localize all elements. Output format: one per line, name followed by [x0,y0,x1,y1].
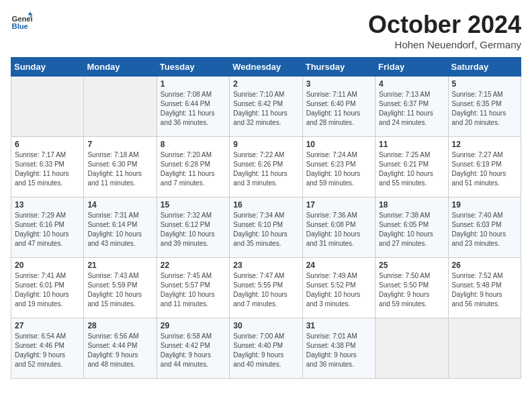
title-area: October 2024 Hohen Neuendorf, Germany [368,11,521,50]
calendar-cell: 17Sunrise: 7:36 AM Sunset: 6:08 PM Dayli… [302,197,375,258]
calendar-cell: 8Sunrise: 7:20 AM Sunset: 6:28 PM Daylig… [157,137,229,197]
day-info: Sunrise: 6:56 AM Sunset: 4:44 PM Dayligh… [87,332,152,369]
day-info: Sunrise: 7:24 AM Sunset: 6:23 PM Dayligh… [306,150,371,188]
calendar-cell: 23Sunrise: 7:47 AM Sunset: 5:55 PM Dayli… [230,258,302,318]
col-header-monday: Monday [84,58,157,77]
calendar-cell: 3Sunrise: 7:11 AM Sunset: 6:40 PM Daylig… [302,77,375,137]
day-number: 10 [306,140,371,149]
day-info: Sunrise: 7:50 AM Sunset: 5:50 PM Dayligh… [379,271,444,309]
day-number: 12 [452,140,517,149]
day-info: Sunrise: 7:34 AM Sunset: 6:10 PM Dayligh… [233,211,298,248]
day-info: Sunrise: 7:01 AM Sunset: 4:38 PM Dayligh… [306,332,371,369]
calendar-cell: 1Sunrise: 7:08 AM Sunset: 6:44 PM Daylig… [157,77,229,137]
day-info: Sunrise: 7:13 AM Sunset: 6:37 PM Dayligh… [379,90,444,128]
day-number: 24 [306,261,371,270]
calendar-cell [84,77,157,137]
day-number: 16 [233,200,298,210]
day-info: Sunrise: 7:31 AM Sunset: 6:14 PM Dayligh… [87,211,152,248]
day-number: 28 [87,321,152,330]
calendar-cell: 7Sunrise: 7:18 AM Sunset: 6:30 PM Daylig… [84,137,157,197]
logo-icon: General Blue [11,11,32,32]
day-number: 21 [87,261,152,270]
svg-marker-2 [28,12,32,15]
calendar-cell: 5Sunrise: 7:15 AM Sunset: 6:35 PM Daylig… [448,77,521,137]
day-info: Sunrise: 7:47 AM Sunset: 5:55 PM Dayligh… [233,271,298,309]
day-number: 6 [15,140,80,149]
day-info: Sunrise: 6:54 AM Sunset: 4:46 PM Dayligh… [15,332,80,369]
week-row-5: 27Sunrise: 6:54 AM Sunset: 4:46 PM Dayli… [11,318,521,379]
calendar-cell: 25Sunrise: 7:50 AM Sunset: 5:50 PM Dayli… [375,258,448,318]
calendar-cell: 16Sunrise: 7:34 AM Sunset: 6:10 PM Dayli… [230,197,302,258]
calendar-cell: 22Sunrise: 7:45 AM Sunset: 5:57 PM Dayli… [157,258,229,318]
day-number: 9 [233,140,298,149]
day-number: 25 [379,261,444,270]
day-info: Sunrise: 7:40 AM Sunset: 6:03 PM Dayligh… [452,211,517,248]
calendar-cell: 15Sunrise: 7:32 AM Sunset: 6:12 PM Dayli… [157,197,229,258]
day-number: 19 [452,200,517,210]
day-info: Sunrise: 7:00 AM Sunset: 4:40 PM Dayligh… [233,332,298,369]
day-info: Sunrise: 7:10 AM Sunset: 6:42 PM Dayligh… [233,90,298,128]
page-header: General Blue October 2024 Hohen Neuendor… [11,11,521,50]
header-row: SundayMondayTuesdayWednesdayThursdayFrid… [11,58,521,77]
day-info: Sunrise: 7:22 AM Sunset: 6:26 PM Dayligh… [233,150,298,188]
day-info: Sunrise: 7:11 AM Sunset: 6:40 PM Dayligh… [306,90,371,128]
day-number: 11 [379,140,444,149]
week-row-4: 20Sunrise: 7:41 AM Sunset: 6:01 PM Dayli… [11,258,521,318]
calendar-cell: 27Sunrise: 6:54 AM Sunset: 4:46 PM Dayli… [11,318,84,379]
day-info: Sunrise: 7:41 AM Sunset: 6:01 PM Dayligh… [15,271,80,309]
day-info: Sunrise: 7:36 AM Sunset: 6:08 PM Dayligh… [306,211,371,248]
col-header-friday: Friday [375,58,448,77]
day-info: Sunrise: 6:58 AM Sunset: 4:42 PM Dayligh… [161,332,226,369]
day-info: Sunrise: 7:52 AM Sunset: 5:48 PM Dayligh… [452,271,517,309]
calendar-cell: 26Sunrise: 7:52 AM Sunset: 5:48 PM Dayli… [448,258,521,318]
calendar-subtitle: Hohen Neuendorf, Germany [368,39,521,50]
day-number: 7 [87,140,152,149]
day-info: Sunrise: 7:08 AM Sunset: 6:44 PM Dayligh… [161,90,226,128]
calendar-cell: 14Sunrise: 7:31 AM Sunset: 6:14 PM Dayli… [84,197,157,258]
day-info: Sunrise: 7:25 AM Sunset: 6:21 PM Dayligh… [379,150,444,188]
day-number: 31 [306,321,371,330]
day-number: 26 [452,261,517,270]
calendar-title: October 2024 [368,11,521,39]
day-number: 20 [15,261,80,270]
calendar-table: SundayMondayTuesdayWednesdayThursdayFrid… [11,57,521,379]
col-header-sunday: Sunday [11,58,84,77]
day-number: 27 [15,321,80,330]
day-info: Sunrise: 7:27 AM Sunset: 6:19 PM Dayligh… [452,150,517,188]
day-info: Sunrise: 7:18 AM Sunset: 6:30 PM Dayligh… [87,150,152,188]
svg-text:General: General [12,15,32,23]
calendar-cell: 21Sunrise: 7:43 AM Sunset: 5:59 PM Dayli… [84,258,157,318]
day-number: 13 [15,200,80,210]
week-row-1: 1Sunrise: 7:08 AM Sunset: 6:44 PM Daylig… [11,77,521,137]
day-info: Sunrise: 7:15 AM Sunset: 6:35 PM Dayligh… [452,90,517,128]
day-number: 23 [233,261,298,270]
day-info: Sunrise: 7:32 AM Sunset: 6:12 PM Dayligh… [161,211,226,248]
day-info: Sunrise: 7:49 AM Sunset: 5:52 PM Dayligh… [306,271,371,309]
week-row-2: 6Sunrise: 7:17 AM Sunset: 6:33 PM Daylig… [11,137,521,197]
day-number: 22 [161,261,226,270]
col-header-tuesday: Tuesday [157,58,229,77]
calendar-cell: 20Sunrise: 7:41 AM Sunset: 6:01 PM Dayli… [11,258,84,318]
calendar-cell: 13Sunrise: 7:29 AM Sunset: 6:16 PM Dayli… [11,197,84,258]
day-number: 30 [233,321,298,330]
col-header-saturday: Saturday [448,58,521,77]
day-number: 18 [379,200,444,210]
day-number: 3 [306,79,371,89]
calendar-cell: 18Sunrise: 7:38 AM Sunset: 6:05 PM Dayli… [375,197,448,258]
day-info: Sunrise: 7:20 AM Sunset: 6:28 PM Dayligh… [161,150,226,188]
calendar-cell: 19Sunrise: 7:40 AM Sunset: 6:03 PM Dayli… [448,197,521,258]
day-number: 2 [233,79,298,89]
calendar-cell: 11Sunrise: 7:25 AM Sunset: 6:21 PM Dayli… [375,137,448,197]
calendar-cell: 12Sunrise: 7:27 AM Sunset: 6:19 PM Dayli… [448,137,521,197]
day-info: Sunrise: 7:17 AM Sunset: 6:33 PM Dayligh… [15,150,80,188]
calendar-cell: 4Sunrise: 7:13 AM Sunset: 6:37 PM Daylig… [375,77,448,137]
day-info: Sunrise: 7:29 AM Sunset: 6:16 PM Dayligh… [15,211,80,248]
day-number: 5 [452,79,517,89]
col-header-thursday: Thursday [302,58,375,77]
week-row-3: 13Sunrise: 7:29 AM Sunset: 6:16 PM Dayli… [11,197,521,258]
day-number: 17 [306,200,371,210]
svg-text:Blue: Blue [12,22,28,30]
calendar-cell: 10Sunrise: 7:24 AM Sunset: 6:23 PM Dayli… [302,137,375,197]
calendar-cell: 24Sunrise: 7:49 AM Sunset: 5:52 PM Dayli… [302,258,375,318]
day-number: 29 [161,321,226,330]
